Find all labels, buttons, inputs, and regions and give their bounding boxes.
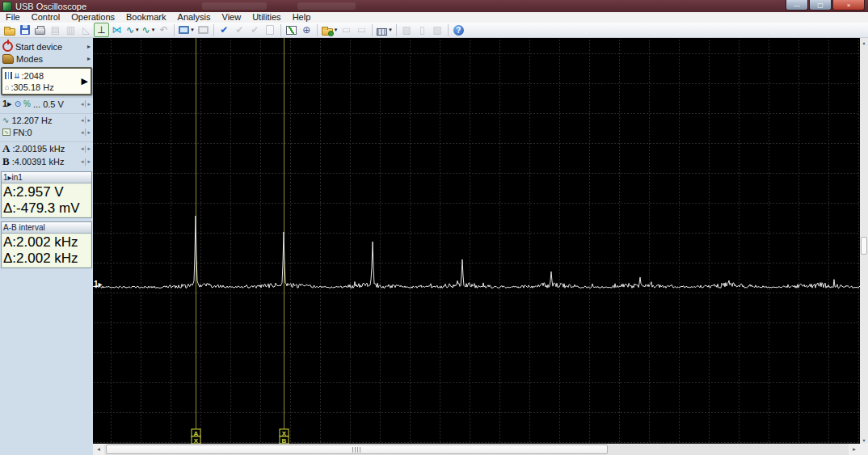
measurement-panel-channel1: 1▸in1 A:2.957 V Δ:-479.3 mV xyxy=(1,171,92,218)
chart-window-button[interactable] xyxy=(284,23,299,37)
scroll-left-button[interactable]: ◂ xyxy=(93,444,104,455)
menu-item-help[interactable]: Help xyxy=(287,12,317,23)
copy-button[interactable]: ▤ xyxy=(48,23,63,37)
copy-image-button[interactable]: ▨ xyxy=(399,23,415,37)
search-data-button[interactable]: ⊕ xyxy=(299,23,314,37)
spin-left-icon[interactable]: ◂ xyxy=(81,129,84,136)
undo-button[interactable]: ↶ xyxy=(156,23,171,37)
apply-up-button[interactable]: ✔ xyxy=(247,23,263,37)
undo-icon: ↶ xyxy=(160,25,168,35)
xy-view-icon: ⋈ xyxy=(112,25,122,35)
scroll-down-button[interactable]: ▾ xyxy=(860,436,868,444)
value-display-button[interactable]: ▾ xyxy=(375,23,394,37)
vertical-scrollbar[interactable]: ▴ ▾ xyxy=(860,38,868,444)
menu-item-view[interactable]: View xyxy=(217,12,247,23)
output-waveform-button[interactable]: ∿▾ xyxy=(141,23,157,37)
horizontal-scroll-thumb[interactable] xyxy=(106,444,608,454)
cursor-b-frequency-row[interactable]: B :4.00391 kHz ◂▸ xyxy=(0,155,93,168)
cursor-b-spinner[interactable]: ◂▸ xyxy=(81,158,91,166)
crop-button[interactable]: ▧ xyxy=(430,23,445,37)
display-settings-button[interactable]: ▾ xyxy=(177,23,196,37)
marker-next-button[interactable]: ▭ xyxy=(354,23,369,37)
spin-right-icon[interactable]: ▸ xyxy=(87,117,91,124)
measurement-panel-header: A-B interval xyxy=(2,222,91,234)
menu-item-analysis[interactable]: Analysis xyxy=(172,12,217,23)
spin-left-icon[interactable]: ◂ xyxy=(81,145,84,152)
apply-down-icon: ✔ xyxy=(235,25,243,35)
spin-left-icon[interactable]: ◂ xyxy=(81,117,84,124)
toolbar: ▤▥◺⊥⋈∿▾∿▾↶▾✔✔✔⊕▾▭▭▾▨▯▧? xyxy=(0,23,868,38)
frequency-spinner[interactable]: ◂▸ xyxy=(81,116,91,124)
spin-left-icon[interactable]: ◂ xyxy=(81,101,84,107)
close-button[interactable]: × xyxy=(832,0,865,11)
load-profile-button[interactable]: ▾ xyxy=(320,23,339,37)
open-button[interactable] xyxy=(2,23,17,37)
fft-settings-panel[interactable]: ⇊ :2048 ⌂ :305.18 Hz ▶ xyxy=(1,67,92,95)
output-waveform-icon: ∿ xyxy=(142,25,150,35)
display-freeze-button[interactable] xyxy=(196,23,211,37)
chevron-right-icon: ▸ xyxy=(87,55,91,62)
duplicate-button[interactable]: ▥ xyxy=(63,23,78,37)
spectrum-plot[interactable]: 1▸AXXB xyxy=(93,38,860,444)
frequency-step-row[interactable]: ∿ 12.207 Hz ◂▸ xyxy=(0,113,93,126)
range-spinner[interactable]: ◂▸ xyxy=(81,100,91,107)
titlebar-blur-strip xyxy=(202,2,267,10)
menu-item-operations[interactable]: Operations xyxy=(65,12,120,23)
copy-icon: ▤ xyxy=(51,25,60,35)
horizontal-scrollbar[interactable]: ◂ ▸ xyxy=(93,444,860,455)
dropdown-arrow-icon[interactable]: ▾ xyxy=(389,27,392,33)
menu-item-bookmark[interactable]: Bookmark xyxy=(120,12,172,23)
apply-button[interactable]: ✔ xyxy=(217,23,232,37)
expand-icon[interactable]: ▶ xyxy=(82,76,88,86)
vertical-scroll-thumb[interactable] xyxy=(861,237,867,255)
toolbar-separator xyxy=(174,24,175,36)
cursor-flag-label: X xyxy=(282,430,287,437)
spin-left-icon[interactable]: ◂ xyxy=(81,158,84,165)
help-button[interactable]: ? xyxy=(451,23,466,37)
spin-right-icon[interactable]: ▸ xyxy=(87,101,91,107)
delta-voltage: Δ:-479.3 mV xyxy=(3,200,90,217)
apply-down-button[interactable]: ✔ xyxy=(232,23,247,37)
save-icon xyxy=(20,25,30,35)
cursor-a-spinner[interactable]: ◂▸ xyxy=(81,145,91,153)
chevron-right-icon: ▸ xyxy=(87,43,91,50)
spin-right-icon[interactable]: ▸ xyxy=(87,158,91,165)
cursor-a-frequency-row[interactable]: A :2.00195 kHz ◂▸ xyxy=(0,141,93,155)
frequency-step-value: 12.207 Hz xyxy=(11,116,52,125)
channel-1-range-row[interactable]: 1▸ ⊙ % ... 0.5 V ◂▸ xyxy=(0,97,93,110)
maximize-button[interactable]: ▢ xyxy=(809,0,832,11)
save-button[interactable] xyxy=(17,23,32,37)
scroll-up-button[interactable]: ▴ xyxy=(860,38,868,46)
function-spinner[interactable]: ◂▸ xyxy=(81,128,91,136)
spectrum-mode-button[interactable]: ⊥ xyxy=(94,23,109,37)
spin-right-icon[interactable]: ▸ xyxy=(87,129,91,136)
duplicate-icon: ▥ xyxy=(66,25,75,35)
spin-right-icon[interactable]: ▸ xyxy=(87,145,91,152)
scroll-right-button[interactable]: ▸ xyxy=(849,444,860,455)
marker-prev-button[interactable]: ▭ xyxy=(339,23,354,37)
copy-data-button[interactable]: ▯ xyxy=(415,23,430,37)
start-device-button[interactable]: Start device ▸ xyxy=(0,40,93,53)
menu-item-utilities[interactable]: Utilities xyxy=(246,12,286,23)
minimize-button[interactable]: — xyxy=(786,0,808,11)
toolbar-separator xyxy=(317,24,318,36)
dropdown-arrow-icon[interactable]: ▾ xyxy=(335,27,338,33)
report-button[interactable] xyxy=(263,23,278,37)
erase-button[interactable]: ◺ xyxy=(78,23,94,37)
xy-view-button[interactable]: ⋈ xyxy=(109,23,124,37)
input-waveform-button[interactable]: ∿▾ xyxy=(124,23,141,37)
print-button[interactable] xyxy=(32,23,48,37)
menu-item-control[interactable]: Control xyxy=(26,12,65,23)
toolbar-separator xyxy=(448,24,449,36)
cursor-a-prefix: A xyxy=(2,142,10,155)
marker-next-icon: ▭ xyxy=(357,25,366,35)
dropdown-arrow-icon[interactable]: ▾ xyxy=(152,27,155,33)
modes-button[interactable]: Modes ▸ xyxy=(0,53,93,65)
dropdown-arrow-icon[interactable]: ▾ xyxy=(191,27,194,33)
dropdown-arrow-icon[interactable]: ▾ xyxy=(136,27,139,33)
menu-item-file[interactable]: File xyxy=(0,12,26,23)
fft-samples-value: :2048 xyxy=(22,71,44,81)
function-row[interactable]: ∿ FN:0 ◂▸ xyxy=(0,126,93,138)
interval-frequency-a: A:2.002 kHz xyxy=(3,234,90,251)
channel-1-marker: 1▸ xyxy=(94,280,103,289)
